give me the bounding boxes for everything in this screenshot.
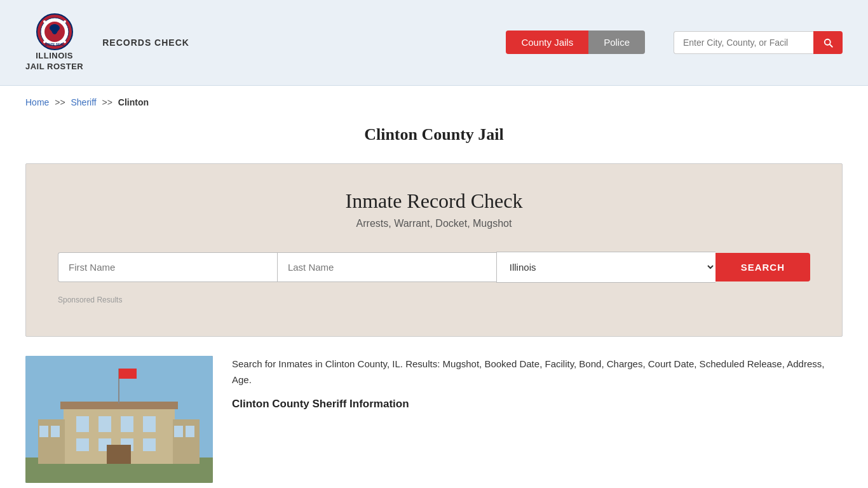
svg-rect-33	[119, 369, 137, 379]
svg-rect-21	[76, 438, 89, 451]
header-search-input[interactable]	[674, 31, 813, 54]
records-check-link[interactable]: RECORDS CHECK	[102, 37, 189, 48]
svg-point-7	[43, 20, 46, 23]
svg-rect-19	[121, 416, 133, 432]
header-search-area	[674, 31, 843, 54]
site-header: STATE SEAL ILLINOIS JAIL ROSTER RECORDS …	[0, 0, 868, 86]
breadcrumb-current: Clinton	[118, 97, 149, 107]
facility-image	[25, 356, 213, 483]
breadcrumb-home-link[interactable]: Home	[25, 97, 49, 107]
bottom-section: Search for Inmates in Clinton County, IL…	[0, 337, 868, 488]
svg-text:STATE SEAL: STATE SEAL	[44, 43, 64, 46]
record-check-subtitle: Arrests, Warrant, Docket, Mugshot	[58, 218, 810, 229]
breadcrumb: Home >> Sheriff >> Clinton	[0, 86, 868, 119]
search-icon	[822, 37, 834, 48]
svg-rect-27	[39, 426, 48, 437]
inmate-search-button[interactable]: SEARCH	[715, 253, 810, 281]
record-check-title: Inmate Record Check	[58, 189, 810, 213]
breadcrumb-sep-2: >>	[102, 97, 112, 107]
svg-rect-17	[76, 416, 89, 432]
record-check-box: Inmate Record Check Arrests, Warrant, Do…	[25, 163, 843, 337]
svg-rect-25	[107, 445, 131, 464]
svg-point-8	[64, 20, 66, 23]
svg-rect-31	[186, 426, 194, 437]
last-name-input[interactable]	[277, 252, 496, 282]
state-select[interactable]: AlabamaAlaskaArizonaArkansasCaliforniaCo…	[496, 252, 715, 283]
header-search-button[interactable]	[813, 31, 843, 54]
county-jails-button[interactable]: County Jails	[506, 30, 588, 54]
page-title-area: Clinton County Jail	[0, 119, 868, 163]
site-logo[interactable]: STATE SEAL ILLINOIS JAIL ROSTER	[25, 13, 83, 72]
section-heading: Clinton County Sheriff Information	[232, 398, 843, 410]
description-area: Search for Inmates in Clinton County, IL…	[232, 356, 843, 410]
main-nav: County Jails Police	[506, 30, 645, 54]
breadcrumb-sheriff-link[interactable]: Sheriff	[71, 97, 97, 107]
illinois-seal-icon: STATE SEAL	[36, 13, 74, 51]
description-text: Search for Inmates in Clinton County, IL…	[232, 356, 843, 388]
page-title: Clinton County Jail	[25, 125, 843, 144]
sponsored-results-label: Sponsored Results	[58, 295, 810, 304]
breadcrumb-sep-1: >>	[55, 97, 65, 107]
facility-building-svg	[25, 356, 213, 483]
svg-rect-30	[174, 426, 183, 437]
first-name-input[interactable]	[58, 252, 277, 282]
svg-rect-20	[143, 416, 156, 432]
logo-text: ILLINOIS JAIL ROSTER	[25, 51, 83, 72]
svg-rect-18	[98, 416, 111, 432]
police-button[interactable]: Police	[588, 30, 645, 54]
svg-rect-24	[143, 438, 156, 451]
inmate-search-form: AlabamaAlaskaArizonaArkansasCaliforniaCo…	[58, 252, 810, 283]
svg-rect-28	[51, 426, 60, 437]
